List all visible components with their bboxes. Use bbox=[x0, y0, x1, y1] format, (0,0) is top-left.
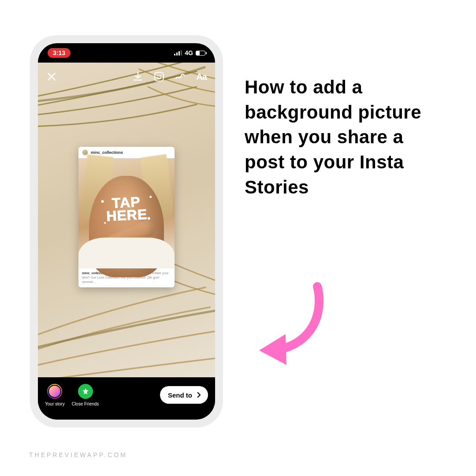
your-story-avatar-icon bbox=[47, 384, 62, 399]
phone-mockup: 3:13 4G bbox=[30, 35, 223, 428]
story-bottom-bar: Your story Close Friends Send to bbox=[38, 377, 215, 420]
network-label: 4G bbox=[185, 49, 193, 56]
close-friends-button[interactable]: Close Friends bbox=[72, 384, 99, 406]
close-friends-label: Close Friends bbox=[72, 402, 99, 406]
sticker-icon[interactable] bbox=[153, 71, 165, 82]
download-icon[interactable] bbox=[132, 71, 144, 82]
battery-icon bbox=[196, 51, 205, 56]
tap-here-sticker: TAP HERE bbox=[105, 195, 148, 223]
phone-notch bbox=[85, 43, 168, 56]
watermark-text: THEPREVIEWAPP.COM bbox=[29, 451, 127, 458]
phone-screen: 3:13 4G bbox=[38, 43, 215, 420]
post-image: TAP HERE bbox=[78, 158, 175, 268]
post-author-username: minc_collections bbox=[91, 150, 123, 155]
pink-arrow-icon bbox=[251, 282, 331, 370]
svg-point-1 bbox=[157, 75, 158, 77]
your-story-button[interactable]: Your story bbox=[45, 384, 65, 406]
your-story-label: Your story bbox=[45, 402, 65, 406]
story-editor-toolbar: Aa bbox=[38, 67, 215, 86]
text-tool-button[interactable]: Aa bbox=[196, 71, 207, 82]
send-to-label: Send to bbox=[168, 391, 192, 399]
close-icon[interactable] bbox=[46, 71, 57, 82]
chevron-right-icon bbox=[195, 391, 203, 399]
draw-icon[interactable] bbox=[175, 71, 186, 82]
signal-icon bbox=[174, 50, 182, 56]
svg-point-2 bbox=[160, 75, 161, 77]
close-friends-star-icon bbox=[78, 384, 93, 399]
svg-rect-0 bbox=[155, 72, 164, 81]
story-canvas[interactable]: minc_collections TAP HERE bbox=[38, 63, 215, 377]
recording-time-pill: 3:13 bbox=[48, 48, 71, 58]
send-to-button[interactable]: Send to bbox=[160, 386, 208, 404]
tutorial-headline: How to add a background picture when you… bbox=[245, 75, 434, 200]
shared-post-card[interactable]: minc_collections TAP HERE bbox=[78, 147, 175, 287]
